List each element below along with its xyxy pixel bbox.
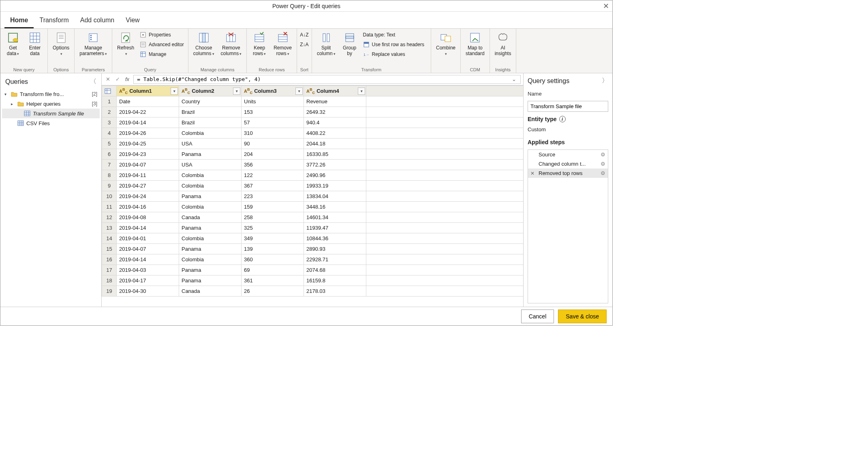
cell[interactable]: Panama: [179, 244, 242, 254]
table-row[interactable]: 1DateCountryUnitsRevenue: [102, 96, 524, 107]
cell[interactable]: 940.4: [304, 117, 366, 128]
combine-button[interactable]: Combine: [434, 30, 458, 58]
cell[interactable]: Country: [179, 96, 242, 107]
cell[interactable]: 19933.19: [304, 181, 366, 191]
cell[interactable]: 2019-04-22: [117, 107, 179, 117]
cell[interactable]: 10844.36: [304, 233, 366, 244]
table-row[interactable]: 192019-04-30Canada262178.03: [102, 286, 524, 297]
cell[interactable]: 2019-04-08: [117, 212, 179, 223]
cell[interactable]: 69: [242, 265, 304, 275]
cell[interactable]: Panama: [179, 265, 242, 275]
table-row[interactable]: 142019-04-01Colombia34910844.36: [102, 233, 524, 244]
cell[interactable]: 2019-04-07: [117, 244, 179, 254]
cell[interactable]: Brazil: [179, 107, 242, 117]
query-item[interactable]: ▾Transform file fro...[2]: [2, 89, 100, 99]
commit-formula-icon[interactable]: ✓: [114, 76, 121, 82]
cell[interactable]: 159: [242, 202, 304, 212]
cell[interactable]: 2019-04-14: [117, 254, 179, 265]
cell[interactable]: 16330.85: [304, 149, 366, 160]
cell[interactable]: 16159.8: [304, 275, 366, 286]
cell[interactable]: 2019-04-24: [117, 191, 179, 202]
table-row[interactable]: 42019-04-26Colombia3104408.22: [102, 128, 524, 139]
cell[interactable]: Canada: [179, 286, 242, 297]
table-row[interactable]: 102019-04-24Panama22313834.04: [102, 191, 524, 202]
cell[interactable]: 2890.93: [304, 244, 366, 254]
cell[interactable]: 258: [242, 212, 304, 223]
table-row[interactable]: 72019-04-07USA3563772.26: [102, 160, 524, 170]
cell[interactable]: 325: [242, 223, 304, 233]
cell[interactable]: Panama: [179, 149, 242, 160]
cell[interactable]: Units: [242, 96, 304, 107]
table-corner[interactable]: [102, 86, 117, 96]
keep-rows-button[interactable]: Keep rows: [249, 30, 269, 58]
cell[interactable]: Date: [117, 96, 179, 107]
cell[interactable]: 139: [242, 244, 304, 254]
expand-icon[interactable]: ▾: [4, 92, 9, 96]
cell[interactable]: 2019-04-27: [117, 181, 179, 191]
tab-add-column[interactable]: Add column: [75, 14, 120, 28]
cell[interactable]: 2019-04-30: [117, 286, 179, 297]
applied-step[interactable]: ✕Removed top rows⚙: [528, 169, 608, 178]
cell[interactable]: 22928.71: [304, 254, 366, 265]
cell[interactable]: 349: [242, 233, 304, 244]
tab-transform[interactable]: Transform: [34, 14, 74, 28]
cell[interactable]: Colombia: [179, 128, 242, 139]
tab-home[interactable]: Home: [4, 14, 34, 28]
data-table-wrap[interactable]: ABCColumn1▾ABCColumn2▾ABCColumn3▾ABCColu…: [102, 85, 523, 307]
table-row[interactable]: 112019-04-16Colombia1593448.16: [102, 202, 524, 212]
refresh-button[interactable]: Refresh: [115, 30, 137, 58]
cell[interactable]: 2019-04-14: [117, 117, 179, 128]
cell[interactable]: 2019-04-17: [117, 275, 179, 286]
table-row[interactable]: 172019-04-03Panama692074.68: [102, 265, 524, 275]
cell[interactable]: 122: [242, 170, 304, 181]
cancel-formula-icon[interactable]: ✕: [104, 76, 111, 82]
manage-button[interactable]: Manage: [138, 50, 186, 59]
cell[interactable]: USA: [179, 139, 242, 149]
table-row[interactable]: 22019-04-22Brazil1532649.32: [102, 107, 524, 117]
cell[interactable]: 2019-04-16: [117, 202, 179, 212]
cell[interactable]: 2044.18: [304, 139, 366, 149]
tab-view[interactable]: View: [120, 14, 145, 28]
cell[interactable]: Brazil: [179, 117, 242, 128]
cell[interactable]: 2178.03: [304, 286, 366, 297]
table-row[interactable]: 162019-04-14Colombia36022928.71: [102, 254, 524, 265]
cell[interactable]: 2649.32: [304, 107, 366, 117]
gear-icon[interactable]: ⚙: [601, 170, 605, 176]
sort-desc-button[interactable]: Z↓A: [299, 40, 309, 49]
cell[interactable]: 2019-04-11: [117, 170, 179, 181]
table-row[interactable]: 92019-04-27Colombia36719933.19: [102, 181, 524, 191]
filter-icon[interactable]: ▾: [295, 88, 303, 95]
query-item[interactable]: ▸Helper queries[3]: [2, 99, 100, 109]
column-header[interactable]: ABCColumn2▾: [179, 86, 242, 96]
properties-button[interactable]: Properties: [138, 30, 186, 39]
query-item[interactable]: CSV Files: [2, 118, 100, 128]
cell[interactable]: Colombia: [179, 202, 242, 212]
cell[interactable]: 2019-04-23: [117, 149, 179, 160]
cell[interactable]: 3772.26: [304, 160, 366, 170]
delete-step-icon[interactable]: ✕: [530, 171, 536, 176]
cell[interactable]: 4408.22: [304, 128, 366, 139]
enter-data-button[interactable]: Enter data: [25, 30, 45, 58]
cell[interactable]: 310: [242, 128, 304, 139]
gear-icon[interactable]: ⚙: [601, 161, 605, 167]
applied-step[interactable]: Source⚙: [528, 150, 608, 159]
filter-icon[interactable]: ▾: [358, 88, 365, 95]
table-row[interactable]: 122019-04-08Canada25814601.34: [102, 212, 524, 223]
options-button[interactable]: Options: [50, 30, 72, 58]
cell[interactable]: 361: [242, 275, 304, 286]
remove-rows-button[interactable]: Remove rows: [271, 30, 294, 58]
cell[interactable]: 57: [242, 117, 304, 128]
cell[interactable]: 26: [242, 286, 304, 297]
cell[interactable]: 14601.34: [304, 212, 366, 223]
expand-icon[interactable]: ▸: [11, 102, 15, 106]
cell[interactable]: 2019-04-14: [117, 223, 179, 233]
cell[interactable]: 90: [242, 139, 304, 149]
close-icon[interactable]: ✕: [603, 2, 609, 11]
cell[interactable]: USA: [179, 160, 242, 170]
table-row[interactable]: 52019-04-25USA902044.18: [102, 139, 524, 149]
cell[interactable]: Colombia: [179, 233, 242, 244]
get-data-button[interactable]: Get data: [3, 30, 23, 58]
cell[interactable]: 2490.96: [304, 170, 366, 181]
cell[interactable]: 360: [242, 254, 304, 265]
table-row[interactable]: 62019-04-23Panama20416330.85: [102, 149, 524, 160]
